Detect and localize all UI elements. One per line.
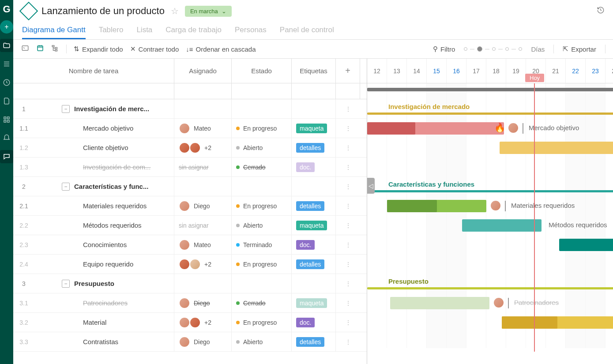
task-name[interactable]: Contratistas [83,338,118,345]
task-name[interactable]: Métodos requeridos [83,221,142,229]
file-icon[interactable] [0,94,13,108]
avatar[interactable] [493,297,504,308]
date-15[interactable]: 15 [427,59,447,83]
filter-button[interactable]: ⚲Filtro [433,45,455,53]
row-menu[interactable]: ⋮ [336,235,360,254]
row-menu[interactable]: ⋮ [336,138,360,157]
panel-collapse-handle[interactable]: ◁ [367,178,375,194]
row-menu[interactable]: ⋮ [336,158,360,176]
collapse-toggle[interactable]: − [62,183,70,191]
tag-doc.[interactable]: doc. [296,162,315,172]
bell-icon[interactable] [0,131,13,145]
avatar[interactable] [179,239,190,251]
assignee-name[interactable]: Diego [194,338,210,345]
add-column-button[interactable]: + [336,59,360,83]
avatar[interactable] [179,142,190,154]
hierarchy-icon[interactable] [51,44,59,54]
collapse-toggle[interactable]: − [62,280,70,288]
avatar[interactable] [179,200,190,212]
assignee-more[interactable]: +2 [204,261,211,268]
folder-icon[interactable] [0,39,13,52]
col-tags[interactable]: Etiquetas [292,59,336,83]
tag-detalles[interactable]: detalles [296,201,324,211]
row-menu[interactable]: ⋮ [336,216,360,235]
task-name[interactable]: Material [83,319,106,326]
col-assigned[interactable]: Asignado [174,59,232,83]
col-name[interactable]: Nombre de tarea [13,59,174,83]
group-name[interactable]: Investigación de merc... [74,105,149,113]
date-13[interactable]: 13 [387,59,407,83]
calendar-icon[interactable] [36,44,44,54]
tag-detalles[interactable]: detalles [296,337,324,347]
avatar[interactable] [179,336,190,348]
date-24[interactable]: 24 [605,59,613,83]
status-text[interactable]: En progreso [243,261,277,268]
date-16[interactable]: 16 [447,59,466,83]
avatar[interactable] [179,297,190,309]
row-menu[interactable]: ⋮ [336,119,360,138]
avatar[interactable] [490,200,501,211]
gantt-bar[interactable] [390,297,489,309]
row-menu[interactable]: ⋮ [336,177,360,196]
gantt-bar[interactable] [387,200,486,212]
collapse-toggle[interactable]: − [62,105,70,113]
avatar[interactable] [189,142,201,154]
row-menu[interactable]: ⋮ [336,293,360,312]
avatar[interactable] [189,317,201,328]
collapse-all-button[interactable]: ✕Contraer todo [130,45,179,53]
col-status[interactable]: Estado [232,59,292,83]
task-name[interactable]: Investigación de com... [83,163,150,171]
assignee-name[interactable]: Diego [194,300,210,307]
tag-detalles[interactable]: detalles [296,143,324,153]
assignee-more[interactable]: +2 [204,319,211,326]
gantt-bar[interactable] [559,239,613,251]
tag-maqueta[interactable]: maqueta [296,298,327,308]
tab-people[interactable]: Personas [235,22,267,39]
date-21[interactable]: 21 [546,59,566,83]
assignee-more[interactable]: +2 [204,144,211,151]
history-icon[interactable] [597,6,605,16]
date-19[interactable]: 19 [506,59,526,83]
sort-button[interactable]: ↓≡Ordenar en cascada [186,45,256,53]
gantt-bar[interactable] [462,219,542,232]
status-text[interactable]: En progreso [243,125,277,132]
gantt-bar[interactable] [367,122,504,135]
group-name[interactable]: Características y func... [74,183,148,190]
unassigned-label[interactable]: sin asignar [179,222,209,229]
task-name[interactable]: Mercado objetivo [83,124,133,132]
status-text[interactable]: Cerrado [243,164,266,171]
tag-maqueta[interactable]: maqueta [296,221,327,230]
status-text[interactable]: Cerrado [243,300,266,307]
date-18[interactable]: 18 [486,59,506,83]
status-text[interactable]: Abierto [243,144,263,151]
clock-icon[interactable] [0,76,13,89]
row-menu[interactable]: ⋮ [336,99,360,118]
status-text[interactable]: Abierto [243,222,263,229]
list-icon[interactable] [0,57,13,71]
expand-all-button[interactable]: ⇅Expandir todo [74,45,123,53]
tab-board[interactable]: Tablero [99,22,124,39]
gantt-bar[interactable] [500,142,613,154]
status-text[interactable]: En progreso [243,203,277,210]
zoom-slider[interactable] [464,46,522,52]
status-text[interactable]: En progreso [243,319,277,326]
unassigned-label[interactable]: sin asignar [179,164,209,171]
date-17[interactable]: 17 [466,59,486,83]
star-icon[interactable]: ☆ [171,6,179,16]
date-23[interactable]: 23 [586,59,605,83]
row-menu[interactable]: ⋮ [336,255,360,274]
date-14[interactable]: 14 [407,59,427,83]
tag-maqueta[interactable]: maqueta [296,124,327,133]
status-text[interactable]: Terminado [243,241,272,248]
tag-doc.[interactable]: doc. [296,318,315,327]
tag-detalles[interactable]: detalles [296,259,324,269]
avatar[interactable] [179,259,190,270]
date-12[interactable]: 12 [367,59,387,83]
gantt-chart[interactable]: ◁ 1213141516171819202122232425 Hoy Inves… [367,59,613,364]
assignee-name[interactable]: Diego [194,203,210,210]
task-name[interactable]: Materiales requeridos [83,202,147,210]
row-menu[interactable]: ⋮ [336,196,360,215]
assignee-name[interactable]: Mateo [194,241,211,248]
avatar[interactable] [179,123,190,134]
status-dropdown[interactable]: En marcha ⌄ [185,6,232,17]
